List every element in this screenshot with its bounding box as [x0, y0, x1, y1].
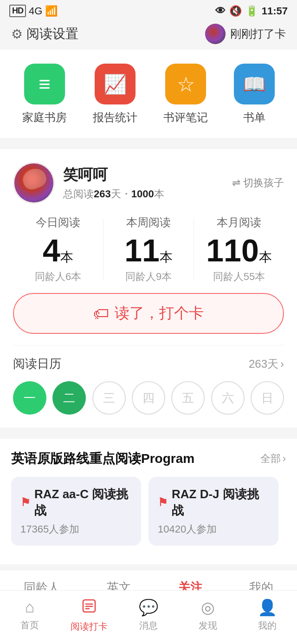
quick-icons-row: ≡ 家庭书房 📈 报告统计 ☆ 书评笔记 📖 书单 [0, 50, 297, 138]
nav-messages[interactable]: 💬 消息 [130, 598, 167, 633]
status-bar: HD 4G 📶 👁 🔇 🔋 11:57 [0, 0, 297, 20]
signal-icon: 4G [29, 5, 42, 17]
clock: 11:57 [262, 5, 288, 17]
program-card-0-title: ⚑ RAZ aa-C 阅读挑战 [20, 486, 132, 519]
nav-home-label: 首页 [20, 619, 39, 631]
day-circle-tue: 二 [52, 381, 86, 415]
day-circle-sat: 六 [211, 381, 245, 415]
stat-month: 本月阅读 110本 同龄人55本 [194, 215, 284, 284]
user-text-info: 笑呵呵 总阅读263天・1000本 [63, 165, 164, 201]
book-list-icon: 📖 [243, 73, 266, 95]
section-more-button[interactable]: 全部 › [260, 452, 286, 466]
report-stats-icon-box[interactable]: 📈 [95, 64, 136, 104]
total-books: 1000 [131, 188, 154, 200]
stat-month-peer: 同龄人55本 [194, 270, 284, 284]
status-left: HD 4G 📶 [9, 5, 58, 17]
stat-today: 今日阅读 4本 同龄人6本 [13, 215, 103, 284]
program-card-1-title-text: RAZ D-J 阅读挑战 [172, 486, 269, 519]
day-circles: 一 二 三 四 五 六 日 [13, 381, 284, 428]
home-icon: ⌂ [25, 598, 35, 616]
checkin-button[interactable]: 🏷 读了，打个卡 [13, 293, 284, 334]
user-avatar-small[interactable] [205, 24, 226, 44]
nav-messages-label: 消息 [139, 619, 158, 632]
messages-icon: 💬 [139, 598, 158, 617]
nav-my-label: 我的 [258, 619, 277, 632]
nav-home[interactable]: ⌂ 首页 [11, 598, 48, 633]
bottom-nav: ⌂ 首页 阅读打卡 💬 消息 ◎ 发现 👤 我的 [0, 590, 297, 644]
top-nav: ⚙ 阅读设置 刚刚打了卡 [0, 20, 297, 50]
report-stats-label: 报告统计 [93, 110, 137, 125]
family-library-icon-box[interactable]: ≡ [24, 64, 65, 104]
stat-month-label: 本月阅读 [194, 215, 284, 230]
total-days: 263 [94, 188, 111, 200]
calendar-days-count[interactable]: 263天 [249, 357, 278, 371]
family-library-label: 家庭书房 [22, 110, 67, 125]
stat-month-number: 110本 [194, 234, 284, 266]
stats-grid: 今日阅读 4本 同龄人6本 本周阅读 11本 同龄人9本 本月阅读 110本 [13, 215, 284, 284]
my-icon: 👤 [258, 598, 277, 617]
battery-icon: 🔋 [245, 5, 258, 17]
discover-icon: ◎ [201, 598, 215, 617]
checkin-status: 刚刚打了卡 [230, 26, 286, 41]
switch-child-label[interactable]: 切换孩子 [243, 176, 284, 190]
reading-calendar: 阅读日历 263天 › 一 二 三 四 五 六 日 [13, 345, 284, 428]
report-stats-icon: 📈 [103, 73, 127, 95]
flag-icon-0: ⚑ [20, 496, 31, 509]
nav-discover[interactable]: ◎ 发现 [189, 598, 226, 633]
day-circle-thu: 四 [132, 381, 165, 415]
program-card-0[interactable]: ⚑ RAZ aa-C 阅读挑战 17365人参加 [11, 477, 141, 546]
quick-icon-book-review[interactable]: ☆ 书评笔记 [163, 64, 208, 125]
calendar-days-link[interactable]: 263天 › [249, 357, 284, 371]
nav-discover-label: 发现 [199, 619, 217, 632]
book-review-icon-box[interactable]: ☆ [165, 64, 206, 104]
eye-icon: 👁 [215, 5, 226, 17]
stat-today-peer: 同龄人6本 [13, 270, 103, 284]
nav-my[interactable]: 👤 我的 [249, 598, 286, 633]
stat-today-label: 今日阅读 [13, 215, 103, 230]
flag-icon-1: ⚑ [158, 496, 168, 509]
switch-icon: ⇌ [232, 177, 240, 189]
checkin-plus-icon: 🏷 [93, 305, 109, 323]
book-list-icon-box[interactable]: 📖 [234, 64, 275, 104]
calendar-title: 阅读日历 [13, 356, 61, 372]
program-card-0-title-text: RAZ aa-C 阅读挑战 [34, 486, 132, 519]
reading-checkin-icon [81, 598, 97, 618]
stat-week-peer: 同龄人9本 [103, 270, 194, 284]
program-card-1-title: ⚑ RAZ D-J 阅读挑战 [158, 486, 269, 519]
wifi-icon: 📶 [45, 5, 58, 17]
gear-icon[interactable]: ⚙ [11, 26, 23, 42]
program-section: 英语原版路线重点阅读Program 全部 › ⚑ RAZ aa-C 阅读挑战 1… [0, 439, 297, 564]
switch-child-button[interactable]: ⇌ 切换孩子 [232, 176, 284, 190]
top-nav-right[interactable]: 刚刚打了卡 [205, 24, 286, 44]
book-review-icon: ☆ [177, 72, 195, 96]
program-card-1[interactable]: ⚑ RAZ D-J 阅读挑战 10420人参加 [148, 477, 278, 546]
quick-icon-family-library[interactable]: ≡ 家庭书房 [22, 64, 67, 125]
stat-week-label: 本周阅读 [103, 215, 194, 230]
user-header: 笑呵呵 总阅读263天・1000本 ⇌ 切换孩子 [13, 162, 284, 204]
user-avatar-large [13, 162, 55, 204]
program-cards: ⚑ RAZ aa-C 阅读挑战 17365人参加 ⚑ RAZ D-J 阅读挑战 … [11, 477, 286, 557]
section-header: 英语原版路线重点阅读Program 全部 › [11, 450, 286, 468]
chevron-right-icon: › [280, 358, 284, 371]
top-nav-left[interactable]: ⚙ 阅读设置 [11, 25, 78, 43]
book-list-label: 书单 [243, 110, 265, 125]
user-stats: 总阅读263天・1000本 [63, 187, 164, 201]
family-library-icon: ≡ [39, 72, 51, 96]
settings-label[interactable]: 阅读设置 [26, 25, 78, 43]
hd-badge: HD [9, 5, 26, 17]
user-name: 笑呵呵 [63, 165, 164, 185]
more-label[interactable]: 全部 [260, 452, 281, 466]
day-circle-fri: 五 [171, 381, 205, 415]
nav-reading-checkin[interactable]: 阅读打卡 [71, 598, 108, 633]
quick-icon-report-stats[interactable]: 📈 报告统计 [93, 64, 137, 125]
checkin-label: 读了，打个卡 [115, 303, 204, 324]
book-review-label: 书评笔记 [163, 110, 208, 125]
quick-icon-book-list[interactable]: 📖 书单 [234, 64, 275, 125]
stat-today-number: 4本 [13, 234, 103, 266]
day-circle-sun: 日 [251, 381, 284, 415]
nav-reading-checkin-label: 阅读打卡 [71, 620, 108, 633]
status-right: 👁 🔇 🔋 11:57 [215, 5, 288, 17]
calendar-header: 阅读日历 263天 › [13, 356, 284, 372]
chevron-right-icon-2: › [283, 453, 286, 465]
day-circle-wed: 三 [92, 381, 126, 415]
